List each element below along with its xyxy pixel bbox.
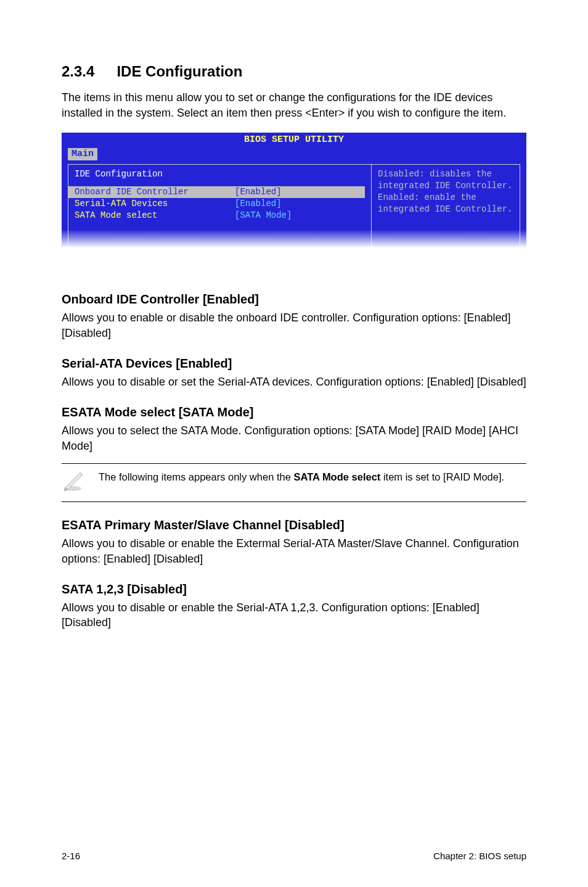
- item-heading-sata123: SATA 1,2,3 [Disabled]: [62, 581, 526, 598]
- note-text: The following items appears only when th…: [99, 469, 504, 484]
- item-text-esata-channel: Allows you to disable or enable the Exte…: [62, 536, 526, 566]
- footer-chapter: Chapter 2: BIOS setup: [433, 850, 526, 862]
- bios-row-label: Serial-ATA Devices: [75, 198, 235, 210]
- section-title-text: IDE Configuration: [116, 63, 242, 80]
- bios-header: BIOS SETUP UTILITY: [62, 133, 526, 146]
- item-heading-serial-ata: Serial-ATA Devices [Enabled]: [62, 355, 526, 372]
- section-number: 2.3.4: [62, 62, 94, 81]
- bios-screenshot: BIOS SETUP UTILITY Main IDE Configuratio…: [62, 133, 526, 249]
- bios-row-value: [Enabled]: [235, 186, 282, 198]
- item-text-onboard-ide: Allows you to enable or disable the onbo…: [62, 310, 526, 340]
- bios-row-serial-ata: Serial-ATA Devices [Enabled]: [75, 198, 365, 210]
- note-pencil-icon: [62, 469, 99, 497]
- footer-page-number: 2-16: [62, 850, 80, 862]
- item-text-serial-ata: Allows you to disable or set the Serial-…: [62, 374, 526, 389]
- note-block: The following items appears only when th…: [62, 463, 526, 503]
- item-heading-esata-mode: ESATA Mode select [SATA Mode]: [62, 404, 526, 421]
- bios-row-onboard-ide: Onboard IDE Controller [Enabled]: [68, 186, 365, 198]
- page-footer: 2-16 Chapter 2: BIOS setup: [62, 850, 526, 862]
- bios-row-value: [Enabled]: [235, 198, 282, 210]
- item-text-esata-mode: Allows you to select the SATA Mode. Conf…: [62, 423, 526, 453]
- item-heading-esata-channel: ESATA Primary Master/Slave Channel [Disa…: [62, 517, 526, 534]
- section-heading: 2.3.4IDE Configuration: [62, 62, 526, 81]
- item-heading-onboard-ide: Onboard IDE Controller [Enabled]: [62, 291, 526, 308]
- intro-paragraph: The items in this menu allow you to set …: [62, 90, 526, 120]
- bios-row-sata-mode: SATA Mode select [SATA Mode]: [75, 210, 365, 221]
- note-post: item is set to [RAID Mode].: [380, 471, 504, 482]
- note-bold: SATA Mode select: [293, 471, 380, 482]
- bios-row-label: Onboard IDE Controller: [75, 186, 235, 198]
- bios-row-label: SATA Mode select: [75, 210, 235, 221]
- bios-tab-main: Main: [68, 148, 97, 160]
- note-pre: The following items appears only when th…: [99, 471, 293, 482]
- bios-left-pane: IDE Configuration Onboard IDE Controller…: [68, 164, 371, 248]
- bios-row-value: [SATA Mode]: [235, 210, 292, 221]
- item-text-sata123: Allows you to disable or enable the Seri…: [62, 600, 526, 630]
- bios-help-pane: Disabled: disables the integrated IDE Co…: [371, 164, 520, 248]
- bios-config-title: IDE Configuration: [75, 168, 365, 180]
